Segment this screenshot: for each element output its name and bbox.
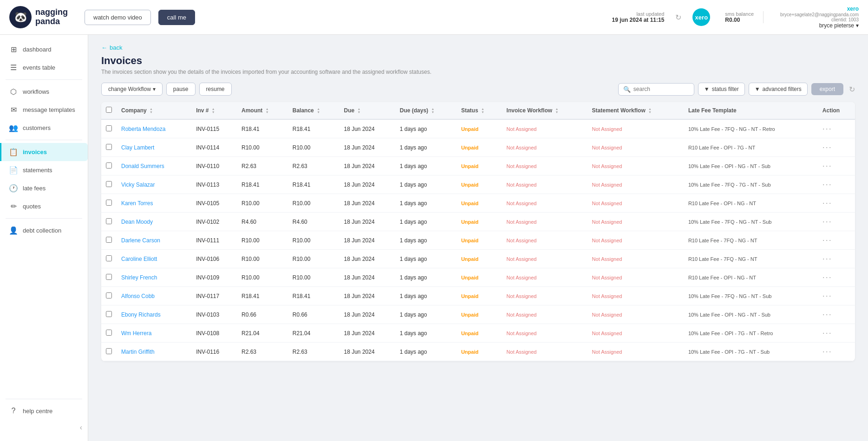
company-link[interactable]: Caroline Elliott (121, 256, 157, 262)
row-checkbox-cell[interactable] (101, 287, 117, 305)
advanced-filters-button[interactable]: ▼ advanced filters (749, 83, 808, 96)
row-action[interactable]: ··· (818, 268, 855, 287)
row-checkbox[interactable] (106, 125, 112, 131)
col-company[interactable]: Company ▲▼ (117, 102, 191, 119)
row-action[interactable]: ··· (818, 213, 855, 231)
row-action[interactable]: ··· (818, 287, 855, 305)
change-workflow-button[interactable]: change Workflow ▾ (101, 83, 163, 96)
row-checkbox-cell[interactable] (101, 324, 117, 343)
row-checkbox[interactable] (106, 162, 112, 169)
row-company[interactable]: Caroline Elliott (117, 250, 191, 268)
col-balance[interactable]: Balance ▲▼ (288, 102, 339, 119)
pause-button[interactable]: pause (166, 83, 196, 96)
row-action[interactable]: ··· (818, 157, 855, 175)
row-checkbox-cell[interactable] (101, 305, 117, 324)
reload-icon[interactable]: ↻ (849, 85, 855, 94)
row-checkbox[interactable] (106, 348, 112, 354)
col-status[interactable]: Status ▲▼ (457, 102, 502, 119)
col-inv[interactable]: Inv # ▲▼ (191, 102, 237, 119)
sidebar-item-late-fees[interactable]: 🕐 late fees (0, 179, 88, 197)
action-menu-icon[interactable]: ··· (822, 328, 832, 337)
row-company[interactable]: Wm Herrera (117, 324, 191, 343)
row-company[interactable]: Alfonso Cobb (117, 287, 191, 305)
status-filter-button[interactable]: ▼ status filter (698, 83, 745, 96)
sidebar-item-message-templates[interactable]: ✉ message templates (0, 101, 88, 119)
row-company[interactable]: Shirley French (117, 268, 191, 287)
row-action[interactable]: ··· (818, 231, 855, 250)
search-box[interactable]: 🔍 (618, 83, 694, 96)
row-action[interactable]: ··· (818, 250, 855, 268)
row-checkbox-cell[interactable] (101, 119, 117, 138)
row-checkbox-cell[interactable] (101, 138, 117, 157)
company-link[interactable]: Dean Moody (121, 219, 153, 225)
row-company[interactable]: Dean Moody (117, 213, 191, 231)
action-menu-icon[interactable]: ··· (822, 124, 832, 133)
action-menu-icon[interactable]: ··· (822, 180, 832, 189)
search-input[interactable] (633, 86, 689, 92)
row-company[interactable]: Roberta Mendoza (117, 119, 191, 138)
company-link[interactable]: Ebony Richards (121, 311, 161, 318)
row-checkbox[interactable] (106, 218, 112, 224)
row-checkbox[interactable] (106, 311, 112, 317)
row-action[interactable]: ··· (818, 175, 855, 194)
row-company[interactable]: Darlene Carson (117, 231, 191, 250)
row-checkbox[interactable] (106, 255, 112, 261)
action-menu-icon[interactable]: ··· (822, 291, 832, 300)
action-menu-icon[interactable]: ··· (822, 235, 832, 245)
action-menu-icon[interactable]: ··· (822, 310, 832, 319)
resume-button[interactable]: resume (199, 83, 232, 96)
row-checkbox-cell[interactable] (101, 231, 117, 250)
row-checkbox[interactable] (106, 274, 112, 280)
export-button[interactable]: export (811, 83, 843, 95)
row-checkbox-cell[interactable] (101, 250, 117, 268)
action-menu-icon[interactable]: ··· (822, 347, 832, 356)
action-menu-icon[interactable]: ··· (822, 143, 832, 152)
company-link[interactable]: Roberta Mendoza (121, 126, 165, 132)
back-link[interactable]: ← back (101, 44, 855, 51)
row-action[interactable]: ··· (818, 305, 855, 324)
company-link[interactable]: Alfonso Cobb (121, 293, 155, 299)
row-company[interactable]: Martin Griffith (117, 343, 191, 361)
sidebar-item-invoices[interactable]: 📋 invoices (0, 143, 88, 161)
row-checkbox[interactable] (106, 330, 112, 336)
action-menu-icon[interactable]: ··· (822, 254, 832, 263)
row-checkbox-cell[interactable] (101, 175, 117, 194)
sidebar-item-events-table[interactable]: ☰ events table (0, 58, 88, 77)
select-all-checkbox[interactable] (106, 107, 112, 113)
row-company[interactable]: Donald Summers (117, 157, 191, 175)
action-menu-icon[interactable]: ··· (822, 272, 832, 282)
row-checkbox-cell[interactable] (101, 343, 117, 361)
col-due-days[interactable]: Due (days) ▲▼ (395, 102, 457, 119)
row-action[interactable]: ··· (818, 194, 855, 213)
watch-demo-button[interactable]: watch demo video (85, 10, 151, 25)
sidebar-item-statements[interactable]: 📄 statements (0, 161, 88, 179)
company-link[interactable]: Darlene Carson (121, 237, 160, 244)
action-menu-icon[interactable]: ··· (822, 198, 832, 208)
sidebar-item-help-centre[interactable]: ? help centre (0, 402, 88, 420)
sidebar-item-quotes[interactable]: ✏ quotes (0, 197, 88, 215)
sidebar-item-debt-collection[interactable]: 👤 debt collection (0, 221, 88, 240)
col-inv-workflow[interactable]: Invoice Workflow ▲▼ (502, 102, 587, 119)
action-menu-icon[interactable]: ··· (822, 217, 832, 226)
sidebar-item-workflows[interactable]: ⬡ workflows (0, 83, 88, 101)
refresh-icon[interactable]: ↻ (675, 13, 681, 22)
row-checkbox[interactable] (106, 237, 112, 243)
col-amount[interactable]: Amount ▲▼ (237, 102, 288, 119)
row-checkbox[interactable] (106, 200, 112, 206)
user-name-dropdown[interactable]: bryce pieterse ▾ (819, 22, 859, 29)
row-checkbox-cell[interactable] (101, 157, 117, 175)
company-link[interactable]: Vicky Salazar (121, 182, 155, 188)
row-action[interactable]: ··· (818, 119, 855, 138)
row-checkbox[interactable] (106, 292, 112, 298)
row-checkbox-cell[interactable] (101, 213, 117, 231)
row-checkbox[interactable] (106, 144, 112, 150)
sidebar-item-dashboard[interactable]: ⊞ dashboard (0, 40, 88, 58)
col-due[interactable]: Due ▲▼ (339, 102, 395, 119)
company-link[interactable]: Shirley French (121, 274, 157, 281)
row-checkbox-cell[interactable] (101, 194, 117, 213)
row-action[interactable]: ··· (818, 343, 855, 361)
col-stmt-workflow[interactable]: Statement Workflow ▲▼ (587, 102, 684, 119)
row-action[interactable]: ··· (818, 324, 855, 343)
company-link[interactable]: Wm Herrera (121, 330, 151, 337)
row-company[interactable]: Ebony Richards (117, 305, 191, 324)
